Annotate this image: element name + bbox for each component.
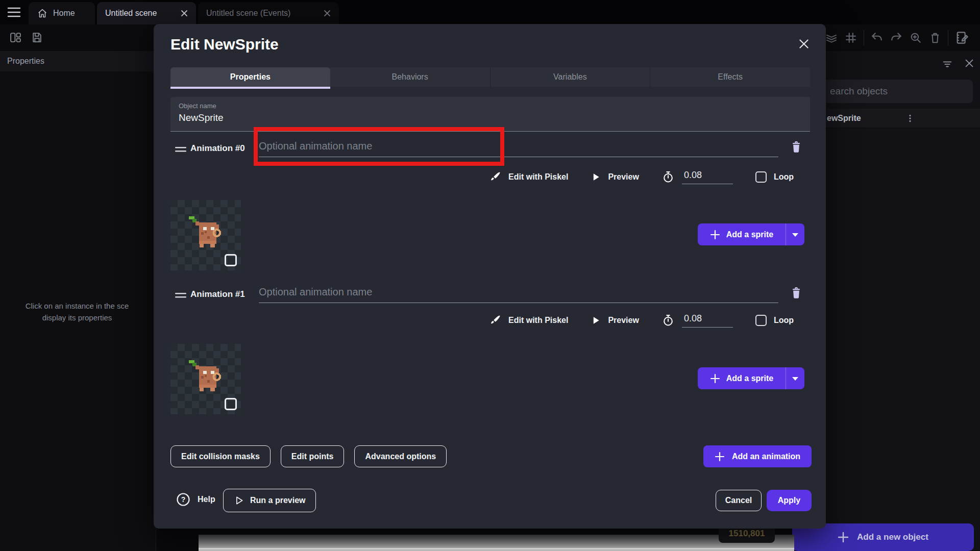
- preview-button[interactable]: Preview: [608, 172, 639, 182]
- add-sprite-button[interactable]: Add a sprite: [698, 367, 804, 389]
- tab-home-label: Home: [53, 9, 75, 18]
- plus-icon: [715, 452, 725, 462]
- apply-button[interactable]: Apply: [767, 490, 812, 511]
- cancel-button[interactable]: Cancel: [716, 490, 762, 511]
- animation-0-toolbar: Edit with Piskel Preview Loop: [489, 168, 794, 186]
- stopwatch-icon: [662, 314, 675, 327]
- chevron-down-icon[interactable]: [786, 376, 804, 381]
- dialog-tabs: Properties Behaviors Variables Effects: [170, 67, 810, 87]
- tab-events-label: Untitled scene (Events): [206, 9, 290, 18]
- notebook-edit-icon[interactable]: [954, 30, 970, 45]
- brush-icon: [489, 314, 501, 327]
- animation-1-toolbar: Edit with Piskel Preview Loop: [489, 311, 794, 330]
- brush-icon: [489, 171, 501, 183]
- top-bar: Home Untitled scene Untitled scene (Even…: [0, 0, 980, 24]
- properties-panel: Properties Click on an instance in the s…: [0, 51, 156, 551]
- edit-with-piskel-button[interactable]: Edit with Piskel: [508, 172, 568, 182]
- add-sprite-label: Add a sprite: [726, 230, 773, 239]
- preview-button[interactable]: Preview: [608, 316, 639, 325]
- tab-variables[interactable]: Variables: [491, 67, 651, 87]
- undo-icon[interactable]: [870, 31, 884, 44]
- trash-icon[interactable]: [790, 139, 803, 154]
- animation-1-frame-time-input[interactable]: [682, 313, 733, 328]
- add-animation-button[interactable]: Add an animation: [703, 445, 812, 467]
- svg-text:?: ?: [181, 495, 186, 504]
- tab-untitled-scene[interactable]: Untitled scene: [97, 2, 196, 24]
- properties-panel-header: Properties: [0, 51, 156, 71]
- trash-icon[interactable]: [790, 285, 803, 299]
- add-animation-label: Add an animation: [732, 452, 800, 461]
- save-icon[interactable]: [31, 31, 43, 44]
- layers-icon[interactable]: [825, 31, 838, 44]
- animation-1-label: Animation #1: [190, 289, 245, 299]
- chevron-down-icon[interactable]: [786, 232, 804, 237]
- scene-canvas-border: [199, 548, 794, 549]
- tab-home[interactable]: Home: [29, 2, 95, 24]
- loop-label: Loop: [774, 172, 794, 182]
- sprite-thumbnail[interactable]: [170, 200, 241, 270]
- add-sprite-button[interactable]: Add a sprite: [698, 223, 804, 245]
- help-icon: ?: [176, 492, 190, 507]
- properties-empty-message: Click on an instance in the sce display …: [0, 300, 154, 323]
- animation-1-loop-checkbox[interactable]: [755, 315, 767, 326]
- plus-icon: [710, 230, 720, 240]
- close-icon[interactable]: [797, 37, 811, 51]
- tab-effects[interactable]: Effects: [650, 67, 810, 87]
- sprite-select-checkbox[interactable]: [225, 254, 237, 266]
- edit-points-button[interactable]: Edit points: [281, 445, 345, 467]
- home-icon: [37, 8, 48, 19]
- annotation-highlight-rectangle: [254, 127, 504, 166]
- filter-icon[interactable]: [942, 58, 953, 69]
- object-list-item[interactable]: ewSprite: [816, 109, 980, 128]
- sprite-select-checkbox[interactable]: [225, 398, 237, 410]
- tab-properties[interactable]: Properties: [170, 67, 330, 87]
- object-item-label: ewSprite: [827, 114, 894, 123]
- trash-icon[interactable]: [928, 31, 942, 44]
- animation-0-frame-time-input[interactable]: [682, 170, 733, 184]
- animation-0-label: Animation #0: [190, 143, 245, 154]
- play-outline-icon: [234, 495, 244, 506]
- hamburger-menu-icon[interactable]: [7, 7, 21, 18]
- toolbar-divider: [864, 30, 864, 45]
- object-name-input[interactable]: [179, 112, 791, 123]
- stopwatch-icon: [662, 170, 675, 184]
- play-icon: [591, 315, 601, 325]
- scene-toolbar-right: [825, 30, 970, 45]
- tab-untitled-scene-events[interactable]: Untitled scene (Events): [198, 2, 339, 24]
- dialog-title: Edit NewSprite: [170, 36, 279, 53]
- help-label: Help: [198, 495, 215, 504]
- sprite-tools-row: Edit collision masks Edit points Advance…: [170, 445, 447, 467]
- objects-panel: ewSprite Add a new object: [816, 51, 980, 551]
- help-button[interactable]: ? Help: [176, 492, 215, 507]
- redo-icon[interactable]: [890, 31, 903, 44]
- edit-with-piskel-button[interactable]: Edit with Piskel: [508, 316, 568, 325]
- add-new-object-label: Add a new object: [857, 532, 928, 542]
- tab-behaviors[interactable]: Behaviors: [330, 67, 491, 87]
- run-preview-label: Run a preview: [250, 496, 305, 505]
- sprite-thumbnail[interactable]: [170, 344, 241, 414]
- close-icon[interactable]: [964, 58, 975, 69]
- zoom-in-icon[interactable]: [909, 31, 922, 44]
- tab-scene-label: Untitled scene: [105, 9, 157, 18]
- plus-icon: [710, 373, 720, 384]
- edit-sprite-dialog: Edit NewSprite Properties Behaviors Vari…: [154, 24, 826, 529]
- animation-1-name-input[interactable]: [259, 286, 778, 303]
- grid-icon[interactable]: [844, 31, 857, 44]
- run-preview-button[interactable]: Run a preview: [223, 489, 316, 512]
- panels-icon[interactable]: [9, 31, 22, 44]
- toolbar-divider: [948, 30, 948, 45]
- object-name-label: Object name: [179, 102, 216, 110]
- drag-handle-icon[interactable]: [175, 292, 186, 298]
- play-icon: [591, 172, 601, 182]
- add-sprite-label: Add a sprite: [726, 374, 773, 383]
- dots-vertical-icon[interactable]: [905, 114, 973, 123]
- animation-0-loop-checkbox[interactable]: [755, 171, 767, 183]
- edit-collision-masks-button[interactable]: Edit collision masks: [170, 445, 271, 467]
- loop-label: Loop: [774, 316, 794, 325]
- close-icon[interactable]: [324, 10, 331, 17]
- search-objects-input[interactable]: [812, 80, 973, 103]
- close-icon[interactable]: [181, 10, 188, 17]
- drag-handle-icon[interactable]: [175, 146, 186, 153]
- object-name-field[interactable]: Object name: [170, 97, 810, 132]
- advanced-options-button[interactable]: Advanced options: [354, 445, 447, 467]
